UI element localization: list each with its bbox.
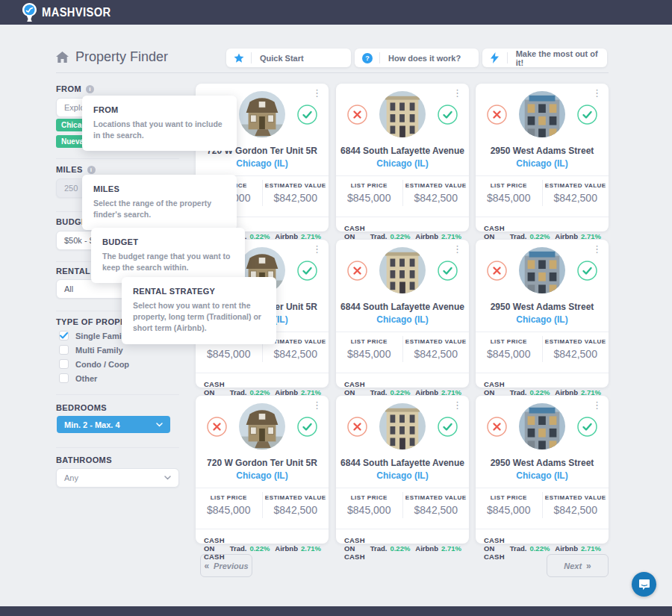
brand-name: MASHVISOR	[42, 6, 111, 19]
estimated-value: $842,500	[274, 504, 317, 516]
property-city-link[interactable]: Chicago (IL)	[476, 470, 609, 481]
property-city-link[interactable]: Chicago (IL)	[196, 158, 329, 169]
svg-text:?: ?	[365, 55, 370, 62]
action-button-bolt[interactable]: Make the most out of it!	[482, 49, 607, 67]
property-card: ⋮2950 West Adams StreetChicago (IL)LIST …	[476, 240, 609, 388]
reject-property-button[interactable]	[487, 417, 507, 437]
estimated-value-label: ESTIMATED VALUE	[545, 182, 606, 189]
accept-property-button[interactable]	[438, 105, 458, 125]
property-photo	[379, 91, 426, 137]
reject-property-button[interactable]	[347, 105, 367, 125]
reject-property-button[interactable]	[347, 417, 367, 437]
estimated-value-label: ESTIMATED VALUE	[545, 494, 606, 501]
airbnb-coc-value: 2.71%	[441, 544, 461, 553]
card-actions	[336, 84, 469, 137]
trad-coc-value: 0.22%	[390, 544, 410, 553]
card-menu-icon[interactable]: ⋮	[312, 400, 322, 410]
top-navbar: MASHVISOR	[0, 0, 672, 25]
action-button-star[interactable]: Quick Start	[226, 49, 351, 67]
cash-on-cash-row: CASH ON CASHTrad.0.22%Airbnb2.71%	[196, 529, 329, 561]
double-chevron-right-icon: »	[586, 561, 591, 571]
card-menu-icon[interactable]: ⋮	[592, 88, 602, 98]
accept-property-button[interactable]	[577, 417, 597, 437]
card-actions	[476, 396, 609, 449]
property-card: ⋮6844 South Lafayette AvenueChicago (IL)…	[336, 240, 469, 388]
price-section: LIST PRICE$845,000ESTIMATED VALUE$842,50…	[476, 332, 609, 366]
property-card: ⋮2950 West Adams StreetChicago (IL)LIST …	[476, 396, 609, 544]
accept-property-button[interactable]	[577, 261, 597, 281]
accept-property-button[interactable]	[438, 261, 458, 281]
mashvisor-logo[interactable]: MASHVISOR	[22, 3, 117, 22]
card-menu-icon[interactable]: ⋮	[452, 244, 462, 254]
property-address: 2950 West Adams Street	[476, 302, 609, 312]
property-photo	[519, 247, 565, 293]
price-section: LIST PRICE$845,000ESTIMATED VALUE$842,50…	[196, 488, 329, 522]
accept-property-button[interactable]	[297, 105, 317, 125]
info-icon[interactable]: i	[86, 85, 94, 93]
reject-property-button[interactable]	[347, 261, 367, 281]
property-type-option[interactable]: Condo / Coop	[59, 359, 129, 369]
property-city-link[interactable]: Chicago (IL)	[336, 470, 469, 481]
property-city-link[interactable]: Chicago (IL)	[196, 470, 329, 481]
bedrooms-select[interactable]: Min. 2 - Max. 4	[57, 416, 170, 433]
reject-property-button[interactable]	[487, 105, 507, 125]
map-pin-logo-icon	[22, 3, 37, 22]
card-menu-icon[interactable]: ⋮	[452, 88, 462, 98]
property-city-link[interactable]: Chicago (IL)	[336, 158, 469, 169]
list-price-label: LIST PRICE	[491, 338, 527, 345]
estimated-value: $842,500	[274, 192, 317, 204]
list-price-value: $845,000	[487, 348, 530, 360]
list-price-value: $845,000	[347, 192, 391, 204]
card-actions	[196, 396, 329, 449]
list-price-label: LIST PRICE	[351, 494, 388, 501]
card-menu-icon[interactable]: ⋮	[592, 400, 602, 410]
property-type-option[interactable]: Multi Family	[59, 345, 123, 355]
price-section: LIST PRICE$845,000ESTIMATED VALUE$842,50…	[476, 176, 609, 210]
property-address: 6844 South Lafayette Avenue	[336, 302, 469, 312]
property-type-option[interactable]: Other	[59, 373, 97, 383]
card-menu-icon[interactable]: ⋮	[452, 400, 462, 410]
estimated-value: $842,500	[554, 348, 597, 360]
property-city-link[interactable]: Chicago (IL)	[476, 314, 609, 325]
property-photo	[239, 403, 285, 449]
reject-property-button[interactable]	[487, 261, 507, 281]
price-section: LIST PRICE$845,000ESTIMATED VALUE$842,50…	[336, 488, 469, 522]
star-icon	[226, 53, 251, 63]
card-menu-icon[interactable]: ⋮	[312, 244, 322, 254]
accept-property-button[interactable]	[297, 417, 317, 437]
property-address: 2950 West Adams Street	[476, 458, 609, 468]
checkbox-icon[interactable]	[59, 373, 69, 383]
chat-bubble-icon	[638, 579, 650, 591]
list-price-label: LIST PRICE	[491, 494, 527, 501]
checkbox-icon[interactable]	[59, 359, 69, 369]
list-price-label: LIST PRICE	[351, 182, 388, 189]
checkbox-checked-icon[interactable]	[59, 331, 69, 340]
cash-on-cash-row: CASH ON CASHTrad.0.22%Airbnb2.71%	[336, 529, 469, 561]
estimated-value: $842,500	[274, 348, 317, 360]
card-menu-icon[interactable]: ⋮	[312, 88, 322, 98]
info-icon[interactable]: i	[87, 166, 96, 174]
airbnb-coc-value: 2.71%	[301, 544, 321, 553]
action-button-question[interactable]: ?How does it work?	[355, 49, 479, 67]
bathrooms-select[interactable]: Any	[56, 468, 179, 488]
chat-widget-button[interactable]	[632, 572, 656, 597]
price-section: LIST PRICE$845,000ESTIMATED VALUE$842,50…	[336, 332, 469, 366]
accept-property-button[interactable]	[577, 105, 597, 125]
property-city-link[interactable]: Chicago (IL)	[336, 314, 469, 325]
property-photo	[379, 247, 426, 293]
property-city-link[interactable]: Chicago (IL)	[476, 158, 609, 169]
trad-coc-value: 0.22%	[249, 544, 270, 553]
list-price-label: LIST PRICE	[491, 182, 527, 189]
property-photo	[379, 403, 426, 449]
card-menu-icon[interactable]: ⋮	[592, 244, 602, 254]
divider	[56, 447, 179, 448]
bottom-bar	[0, 606, 672, 616]
home-icon	[56, 52, 69, 63]
estimated-value: $842,500	[414, 504, 458, 516]
list-price-value: $845,000	[347, 348, 391, 360]
reject-property-button[interactable]	[207, 417, 227, 437]
checkbox-icon[interactable]	[59, 345, 69, 355]
card-actions	[476, 84, 609, 137]
accept-property-button[interactable]	[438, 417, 458, 437]
accept-property-button[interactable]	[297, 261, 317, 281]
